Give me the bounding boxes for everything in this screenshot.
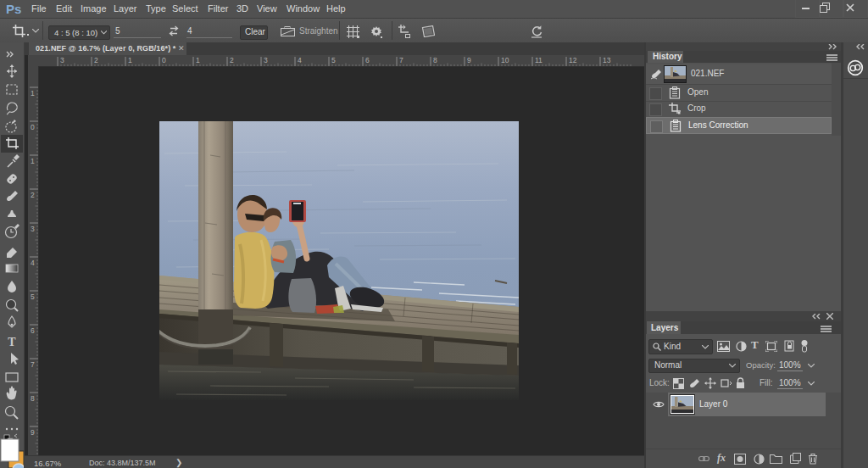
svg-text:9: 9 [31, 428, 35, 437]
svg-text:2: 2 [31, 191, 35, 199]
svg-text:3: 3 [264, 56, 268, 64]
svg-text:3: 3 [60, 56, 64, 64]
svg-text:1: 1 [128, 56, 132, 64]
svg-text:10: 10 [501, 56, 509, 64]
svg-text:6: 6 [365, 56, 370, 64]
svg-text:0: 0 [162, 56, 166, 64]
svg-text:11: 11 [535, 56, 542, 64]
svg-text:7: 7 [399, 56, 403, 64]
svg-text:2: 2 [94, 56, 98, 64]
svg-text:0: 0 [31, 123, 35, 131]
svg-text:13: 13 [603, 56, 611, 64]
svg-text:8: 8 [433, 56, 437, 64]
svg-text:12: 12 [569, 56, 577, 64]
svg-text:5: 5 [31, 292, 35, 301]
svg-text:2: 2 [230, 56, 234, 64]
svg-text:6: 6 [31, 326, 35, 335]
svg-text:4: 4 [31, 259, 35, 267]
svg-text:1: 1 [31, 89, 35, 98]
svg-text:3: 3 [31, 225, 35, 233]
svg-text:7: 7 [31, 360, 35, 369]
svg-text:8: 8 [31, 394, 35, 403]
svg-text:4: 4 [298, 56, 302, 64]
svg-text:1: 1 [31, 157, 35, 165]
svg-text:5: 5 [331, 56, 336, 64]
svg-text:9: 9 [467, 56, 471, 64]
svg-text:T: T [8, 336, 16, 348]
svg-text:1: 1 [196, 56, 200, 64]
